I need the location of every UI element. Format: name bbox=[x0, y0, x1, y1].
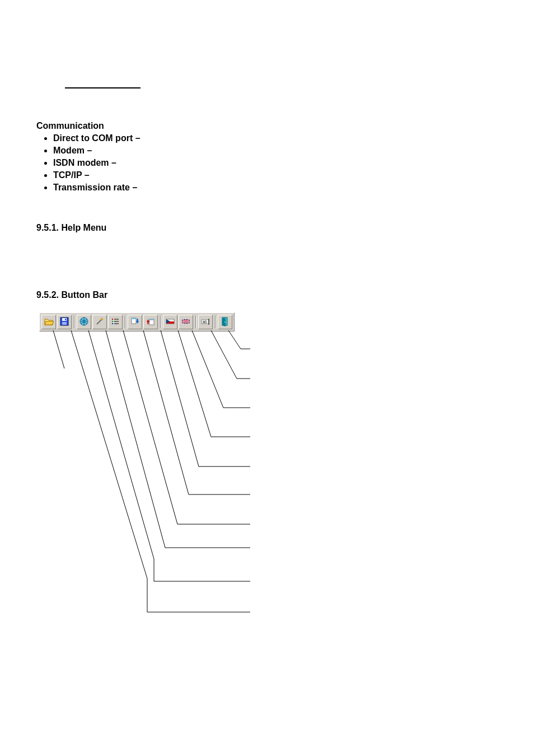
wizard-button[interactable] bbox=[92, 315, 107, 329]
svg-rect-15 bbox=[137, 319, 138, 321]
svg-line-50 bbox=[71, 330, 147, 578]
wand-icon bbox=[95, 316, 105, 328]
svg-line-39 bbox=[161, 330, 199, 466]
button-bar-toolbar: ab bbox=[39, 312, 235, 332]
svg-rect-9 bbox=[112, 323, 113, 324]
svg-point-30 bbox=[224, 321, 226, 323]
short-rule bbox=[65, 87, 140, 88]
toolbar-separator bbox=[194, 315, 197, 329]
toolbar-separator bbox=[73, 315, 76, 329]
list-item: Modem – bbox=[53, 146, 140, 156]
save-button[interactable] bbox=[57, 315, 72, 329]
network-button[interactable] bbox=[77, 315, 91, 329]
toolbar-separator bbox=[159, 315, 162, 329]
rename-icon: ab bbox=[200, 316, 210, 328]
flag-uk-icon bbox=[181, 316, 191, 328]
open-folder-icon bbox=[44, 316, 54, 328]
save-disk-icon bbox=[59, 316, 69, 328]
communication-list: Direct to COM port – Modem – ISDN modem … bbox=[36, 133, 140, 193]
svg-rect-17 bbox=[149, 319, 154, 320]
svg-rect-18 bbox=[148, 321, 149, 324]
svg-text:ab: ab bbox=[203, 320, 207, 324]
communication-block: Communication Direct to COM port – Modem… bbox=[36, 121, 140, 195]
exit-door-icon bbox=[220, 316, 230, 328]
list-item: ISDN modem – bbox=[53, 158, 140, 168]
svg-rect-25 bbox=[186, 319, 186, 324]
svg-line-31 bbox=[228, 330, 241, 349]
globe-icon bbox=[79, 316, 89, 328]
toolbar-separator bbox=[124, 315, 127, 329]
svg-line-43 bbox=[123, 330, 177, 524]
communication-heading: Communication bbox=[36, 121, 140, 131]
toolbar-separator bbox=[214, 315, 217, 329]
list-item: Transmission rate – bbox=[53, 183, 140, 193]
heading-button-bar: 9.5.2. Button Bar bbox=[36, 290, 107, 300]
open-button[interactable] bbox=[41, 315, 56, 329]
rename-button[interactable]: ab bbox=[198, 315, 213, 329]
svg-rect-2 bbox=[62, 322, 67, 325]
svg-line-45 bbox=[106, 330, 165, 548]
list-item: Direct to COM port – bbox=[53, 133, 140, 143]
svg-line-47 bbox=[88, 330, 154, 559]
callout-diagram bbox=[36, 312, 260, 626]
heading-help-menu: 9.5.1. Help Menu bbox=[36, 223, 106, 233]
upload-icon bbox=[146, 316, 156, 328]
list-icon bbox=[110, 316, 120, 328]
svg-line-41 bbox=[143, 330, 189, 494]
svg-rect-8 bbox=[112, 321, 113, 322]
svg-rect-14 bbox=[132, 318, 136, 319]
download-icon bbox=[130, 316, 140, 328]
document-page: Communication Direct to COM port – Modem… bbox=[0, 0, 534, 756]
exit-button[interactable] bbox=[218, 315, 232, 329]
svg-line-35 bbox=[192, 330, 223, 408]
language-english-button[interactable] bbox=[179, 315, 193, 329]
flag-czech-icon bbox=[165, 316, 175, 328]
list-button[interactable] bbox=[108, 315, 123, 329]
svg-line-37 bbox=[178, 330, 211, 437]
svg-rect-7 bbox=[112, 319, 113, 320]
list-item: TCP/IP – bbox=[53, 170, 140, 180]
upload-button[interactable] bbox=[143, 315, 158, 329]
svg-line-53 bbox=[53, 330, 64, 368]
svg-line-33 bbox=[211, 330, 237, 379]
language-czech-button[interactable] bbox=[163, 315, 177, 329]
download-button[interactable] bbox=[128, 315, 142, 329]
svg-rect-3 bbox=[65, 319, 66, 320]
